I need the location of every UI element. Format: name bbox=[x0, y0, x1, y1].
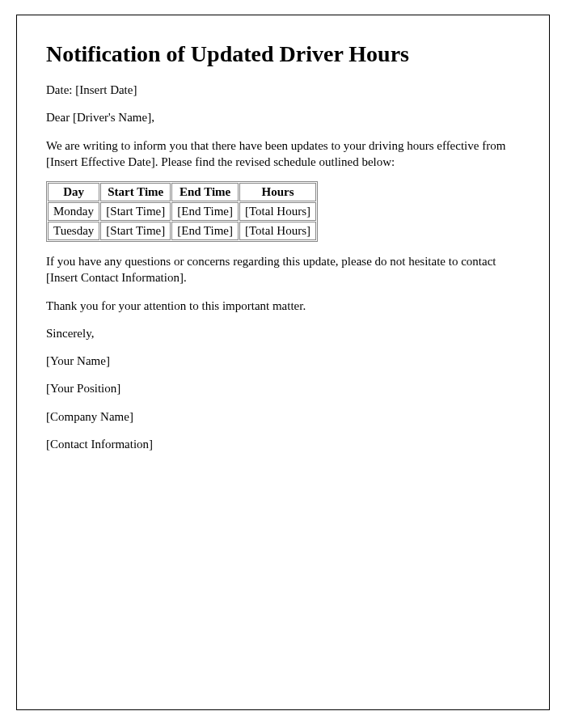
table-row: Tuesday [Start Time] [End Time] [Total H… bbox=[48, 222, 316, 240]
schedule-table: Day Start Time End Time Hours Monday [St… bbox=[46, 181, 318, 242]
cell-end: [End Time] bbox=[171, 202, 239, 221]
table-row: Monday [Start Time] [End Time] [Total Ho… bbox=[48, 202, 316, 221]
th-day: Day bbox=[48, 183, 99, 201]
date-line: Date: [Insert Date] bbox=[46, 82, 520, 98]
cell-hours: [Total Hours] bbox=[239, 222, 316, 240]
cell-end: [End Time] bbox=[171, 222, 239, 240]
page-title: Notification of Updated Driver Hours bbox=[46, 41, 520, 67]
closing: Sincerely, bbox=[46, 325, 520, 341]
cell-start: [Start Time] bbox=[100, 202, 171, 221]
cell-hours: [Total Hours] bbox=[239, 202, 316, 221]
th-end: End Time bbox=[171, 183, 239, 201]
signature-position: [Your Position] bbox=[46, 380, 520, 396]
document-page: Notification of Updated Driver Hours Dat… bbox=[16, 15, 550, 710]
questions-paragraph: If you have any questions or concerns re… bbox=[46, 253, 520, 286]
cell-start: [Start Time] bbox=[100, 222, 171, 240]
cell-day: Monday bbox=[48, 202, 99, 221]
intro-paragraph: We are writing to inform you that there … bbox=[46, 138, 520, 171]
th-hours: Hours bbox=[239, 183, 316, 201]
th-start: Start Time bbox=[100, 183, 171, 201]
signature-contact: [Contact Information] bbox=[46, 436, 520, 452]
cell-day: Tuesday bbox=[48, 222, 99, 240]
signature-company: [Company Name] bbox=[46, 408, 520, 425]
thanks-paragraph: Thank you for your attention to this imp… bbox=[46, 298, 520, 314]
salutation: Dear [Driver's Name], bbox=[46, 109, 520, 125]
signature-name: [Your Name] bbox=[46, 353, 520, 369]
table-header-row: Day Start Time End Time Hours bbox=[48, 183, 316, 201]
